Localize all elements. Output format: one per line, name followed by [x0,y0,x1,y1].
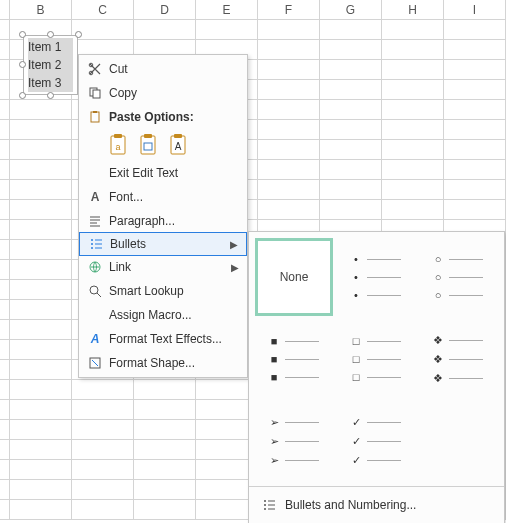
cell[interactable] [444,140,506,160]
col-header[interactable]: C [72,0,134,20]
bullet-option-disc[interactable]: • • • [337,238,415,316]
cell[interactable] [134,400,196,420]
menu-cut[interactable]: Cut [79,57,247,81]
cell[interactable] [382,140,444,160]
cell[interactable] [444,160,506,180]
col-header[interactable]: F [258,0,320,20]
menu-assign-macro[interactable]: Assign Macro... [79,303,247,327]
cell[interactable] [10,220,72,240]
cell[interactable] [72,380,134,400]
cell[interactable] [320,80,382,100]
cell[interactable] [134,20,196,40]
cell[interactable] [320,160,382,180]
menu-font[interactable]: A Font... [79,185,247,209]
menu-paragraph[interactable]: Paragraph... [79,209,247,233]
cell[interactable] [10,420,72,440]
col-header[interactable]: B [10,0,72,20]
textbox[interactable]: Item 1 Item 2 Item 3 [23,35,78,95]
bullet-option-square-hollow[interactable]: □ □ □ [337,320,415,398]
bullet-option-none[interactable]: None [255,238,333,316]
cell[interactable] [10,340,72,360]
cell[interactable] [10,280,72,300]
menu-format-text-effects[interactable]: A Format Text Effects... [79,327,247,351]
paste-option-keep-source[interactable]: a [109,133,131,157]
menu-bullets[interactable]: Bullets ▶ [79,232,247,256]
cell[interactable] [10,500,72,520]
menu-copy[interactable]: Copy [79,81,247,105]
cell[interactable] [320,20,382,40]
bullet-option-diamond[interactable]: ❖ ❖ ❖ [419,320,497,398]
col-header[interactable]: H [382,0,444,20]
cell[interactable] [10,400,72,420]
menu-format-shape[interactable]: Format Shape... [79,351,247,375]
bullets-and-numbering[interactable]: Bullets and Numbering... [255,493,498,517]
resize-handle[interactable] [47,31,54,38]
cell[interactable] [382,80,444,100]
paste-option-text-only[interactable]: A [169,133,191,157]
cell[interactable] [134,500,196,520]
cell[interactable] [320,40,382,60]
cell[interactable] [10,480,72,500]
cell[interactable] [72,420,134,440]
cell[interactable] [196,20,258,40]
cell[interactable] [444,120,506,140]
col-header[interactable]: I [444,0,506,20]
cell[interactable] [10,460,72,480]
cell[interactable] [72,20,134,40]
cell[interactable] [10,360,72,380]
cell[interactable] [258,180,320,200]
cell[interactable] [444,20,506,40]
menu-smart-lookup[interactable]: Smart Lookup [79,279,247,303]
resize-handle[interactable] [47,92,54,99]
cell[interactable] [444,200,506,220]
cell[interactable] [258,100,320,120]
cell[interactable] [72,480,134,500]
cell[interactable] [382,180,444,200]
cell[interactable] [10,380,72,400]
cell[interactable] [320,180,382,200]
cell[interactable] [10,240,72,260]
cell[interactable] [382,120,444,140]
cell[interactable] [10,200,72,220]
cell[interactable] [258,160,320,180]
cell[interactable] [382,100,444,120]
col-header[interactable]: G [320,0,382,20]
cell[interactable] [444,180,506,200]
menu-exit-edit[interactable]: Exit Edit Text [79,161,247,185]
cell[interactable] [320,140,382,160]
cell[interactable] [320,100,382,120]
bullet-option-blank[interactable] [419,402,497,480]
cell[interactable] [10,100,72,120]
cell[interactable] [444,60,506,80]
cell[interactable] [72,500,134,520]
cell[interactable] [134,460,196,480]
cell[interactable] [134,440,196,460]
cell[interactable] [382,200,444,220]
resize-handle[interactable] [19,61,26,68]
menu-link[interactable]: Link ▶ [79,255,247,279]
cell[interactable] [134,420,196,440]
resize-handle[interactable] [19,31,26,38]
cell[interactable] [382,60,444,80]
cell[interactable] [134,380,196,400]
cell[interactable] [10,320,72,340]
bullet-option-circle[interactable]: ○ ○ ○ [419,238,497,316]
cell[interactable] [258,20,320,40]
cell[interactable] [10,120,72,140]
cell[interactable] [444,80,506,100]
cell[interactable] [382,40,444,60]
cell[interactable] [72,440,134,460]
cell[interactable] [10,180,72,200]
cell[interactable] [382,160,444,180]
cell[interactable] [10,440,72,460]
cell[interactable] [258,60,320,80]
resize-handle[interactable] [19,92,26,99]
cell[interactable] [72,460,134,480]
col-header[interactable]: D [134,0,196,20]
cell[interactable] [258,40,320,60]
cell[interactable] [258,80,320,100]
paste-option-picture[interactable] [139,133,161,157]
bullet-option-arrow[interactable]: ➢ ➢ ➢ [255,402,333,480]
resize-handle[interactable] [75,31,82,38]
cell[interactable] [382,20,444,40]
